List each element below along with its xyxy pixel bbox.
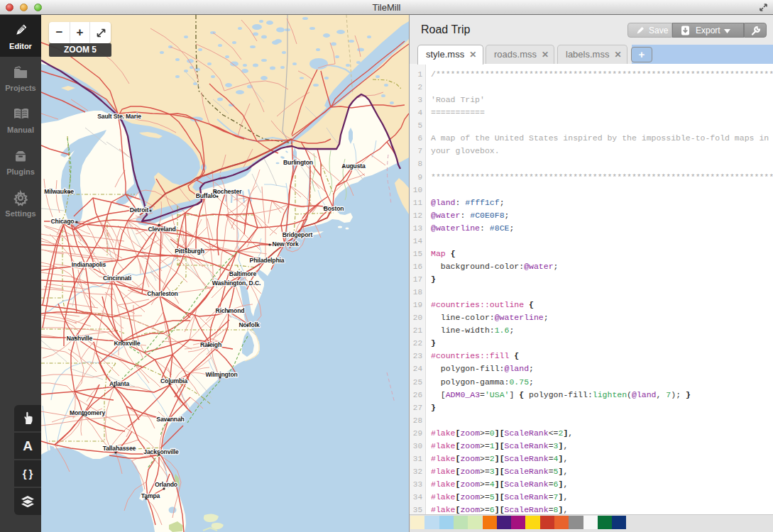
svg-text:Tallahassee: Tallahassee xyxy=(103,445,136,452)
svg-text:Chicago: Chicago xyxy=(51,218,75,225)
svg-text:Sault Ste. Marie: Sault Ste. Marie xyxy=(97,113,141,120)
svg-text:Indianapolis: Indianapolis xyxy=(72,261,106,268)
svg-text:Baltimore: Baltimore xyxy=(229,270,257,277)
svg-text:Norfolk: Norfolk xyxy=(239,321,259,328)
svg-text:Charleston: Charleston xyxy=(147,290,177,297)
svg-text:Knoxville: Knoxville xyxy=(114,340,141,347)
svg-text:Savannah: Savannah xyxy=(156,416,184,423)
svg-text:Cleveland: Cleveland xyxy=(148,226,175,233)
svg-text:Augusta: Augusta xyxy=(341,162,366,170)
svg-text:New York: New York xyxy=(272,240,299,248)
svg-text:Jacksonville: Jacksonville xyxy=(143,448,179,455)
svg-text:Bridgeport: Bridgeport xyxy=(283,231,313,238)
svg-text:Columbia: Columbia xyxy=(160,377,187,384)
svg-text:Nashville: Nashville xyxy=(67,335,93,342)
svg-text:Pittsburgh: Pittsburgh xyxy=(175,248,204,255)
svg-text:Detroit: Detroit xyxy=(130,206,149,214)
svg-text:Montgomery: Montgomery xyxy=(70,409,105,416)
svg-text:Tampa: Tampa xyxy=(141,492,160,499)
svg-text:Burlington: Burlington xyxy=(283,159,313,166)
svg-text:Rochester: Rochester xyxy=(213,188,242,195)
svg-text:Atlanta: Atlanta xyxy=(109,380,129,387)
svg-text:Raleigh: Raleigh xyxy=(200,341,221,348)
svg-text:Orlando: Orlando xyxy=(155,481,177,488)
svg-text:Philadelphia: Philadelphia xyxy=(250,257,285,264)
svg-text:Boston: Boston xyxy=(324,205,344,212)
svg-text:Richmond: Richmond xyxy=(216,307,245,314)
svg-text:Washington, D.C.: Washington, D.C. xyxy=(212,279,261,287)
svg-text:Wilmington: Wilmington xyxy=(205,371,237,378)
svg-text:Cincinnati: Cincinnati xyxy=(103,275,131,282)
